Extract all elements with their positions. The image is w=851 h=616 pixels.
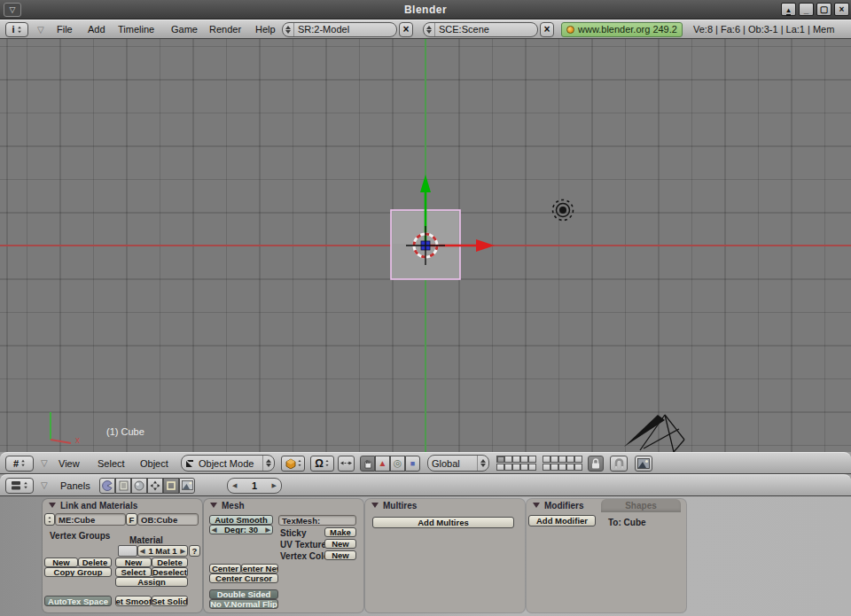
- layer-cell[interactable]: [543, 464, 550, 471]
- select-button[interactable]: Select: [115, 567, 152, 577]
- no-vnormal-flip-toggle[interactable]: No V.Normal Flip: [209, 599, 278, 609]
- manipulator-hand-button[interactable]: [360, 456, 375, 472]
- editor-type-button[interactable]: [5, 478, 34, 494]
- center-cursor-button[interactable]: Center Cursor: [209, 573, 278, 583]
- layer-cell[interactable]: [504, 456, 512, 463]
- screen-delete-button[interactable]: ×: [399, 22, 413, 37]
- shading-button[interactable]: [131, 478, 147, 494]
- uv-new-button[interactable]: New: [324, 539, 356, 549]
- header-collapse-icon[interactable]: ▽: [41, 453, 48, 473]
- add-multires-button[interactable]: Add Multires: [372, 517, 514, 528]
- scene-selector[interactable]: SCE:Scene: [423, 22, 538, 37]
- set-solid-button[interactable]: Set Solid: [152, 596, 188, 606]
- step-right-icon[interactable]: ▶: [266, 526, 270, 534]
- logic-button[interactable]: [99, 478, 115, 494]
- layer-cell[interactable]: [512, 456, 520, 463]
- set-smooth-button[interactable]: Set Smooth: [115, 596, 152, 606]
- step-right-icon[interactable]: ▶: [272, 482, 277, 489]
- fake-user-button[interactable]: F: [126, 513, 137, 526]
- layer-cell[interactable]: [574, 456, 582, 463]
- layer-cell[interactable]: [558, 464, 566, 471]
- material-color-swatch[interactable]: [118, 545, 137, 557]
- auto-smooth-toggle[interactable]: Auto Smooth: [209, 515, 273, 525]
- layer-cell[interactable]: [496, 464, 504, 471]
- panel-title[interactable]: Link and Materials: [60, 501, 137, 511]
- layer-cell[interactable]: [558, 456, 566, 463]
- deselect-button[interactable]: Deselect: [152, 567, 188, 577]
- double-sided-toggle[interactable]: Double Sided: [209, 589, 278, 599]
- layer-cell[interactable]: [504, 464, 512, 471]
- lamp-object[interactable]: [553, 200, 574, 221]
- add-modifier-button[interactable]: Add Modifier: [528, 515, 596, 526]
- layer-cell[interactable]: [574, 464, 582, 471]
- render-preview-button[interactable]: [635, 456, 652, 472]
- snap-button[interactable]: [610, 456, 628, 472]
- move-centers-button[interactable]: [338, 456, 355, 472]
- script-button[interactable]: [115, 478, 131, 494]
- layer-cell[interactable]: [543, 456, 550, 463]
- menu-select[interactable]: Select: [96, 453, 127, 473]
- sticky-make-button[interactable]: Make: [324, 527, 356, 537]
- minimize-button[interactable]: _: [799, 3, 814, 16]
- manipulator-translate-button[interactable]: ▲: [375, 456, 390, 472]
- 3d-viewport[interactable]: x (1) Cube: [0, 39, 851, 452]
- layer-cell[interactable]: [566, 464, 574, 471]
- tab-modifiers[interactable]: Modifiers: [544, 501, 583, 511]
- degr-stepper[interactable]: ◀ Degr: 30 ▶: [209, 525, 273, 534]
- version-link[interactable]: www.blender.org 249.2: [561, 22, 683, 37]
- panel-title[interactable]: Mesh: [222, 501, 245, 511]
- orientation-dropdown[interactable]: Global: [427, 455, 489, 472]
- header-collapse-icon[interactable]: ▽: [41, 475, 48, 495]
- pivot-button[interactable]: Ω: [310, 456, 334, 472]
- layer-cell[interactable]: [550, 456, 558, 463]
- vcol-new-button[interactable]: New: [324, 550, 356, 560]
- layer-cell[interactable]: [528, 456, 536, 463]
- panel-collapse-icon[interactable]: [533, 503, 540, 508]
- layer-cell[interactable]: [496, 456, 504, 463]
- header-collapse-icon[interactable]: ▽: [37, 20, 44, 38]
- center-new-button[interactable]: Center New: [241, 564, 278, 573]
- layer-cell[interactable]: [550, 464, 558, 471]
- menu-game[interactable]: Game: [169, 20, 199, 38]
- material-delete-button[interactable]: Delete: [152, 558, 188, 567]
- layer-buttons-group-1[interactable]: [496, 456, 538, 472]
- autotex-space-toggle[interactable]: AutoTex Space: [44, 596, 112, 606]
- menu-view[interactable]: View: [57, 453, 82, 473]
- menu-panels[interactable]: Panels: [59, 475, 92, 495]
- menu-file[interactable]: File: [55, 20, 74, 38]
- scene-button[interactable]: [179, 478, 195, 494]
- draw-type-button[interactable]: [281, 456, 305, 472]
- scene-delete-button[interactable]: ×: [540, 22, 554, 37]
- close-button[interactable]: ×: [834, 3, 849, 16]
- window-type-button[interactable]: i: [5, 22, 28, 37]
- layer-cell[interactable]: [520, 464, 528, 471]
- mesh-browse-button[interactable]: [44, 513, 55, 526]
- panel-collapse-icon[interactable]: [49, 503, 56, 508]
- panel-collapse-icon[interactable]: [371, 503, 379, 508]
- object-button[interactable]: [147, 478, 163, 494]
- menu-object[interactable]: Object: [138, 453, 170, 473]
- material-new-button[interactable]: New: [115, 558, 152, 567]
- layer-cell[interactable]: [512, 464, 520, 471]
- menu-timeline[interactable]: Timeline: [116, 20, 156, 38]
- panel-collapse-icon[interactable]: [210, 503, 217, 508]
- lock-layers-button[interactable]: [588, 456, 604, 472]
- layer-cell[interactable]: [528, 464, 536, 471]
- vgroup-delete-button[interactable]: Delete: [78, 558, 112, 567]
- layer-cell[interactable]: [566, 456, 574, 463]
- camera-object[interactable]: [624, 415, 684, 452]
- layer-cell[interactable]: [520, 456, 528, 463]
- layer-buttons-group-2[interactable]: [543, 456, 584, 472]
- mode-dropdown[interactable]: Object Mode: [181, 455, 275, 472]
- screen-selector[interactable]: SR:2-Model: [282, 22, 397, 37]
- copy-group-button[interactable]: Copy Group: [44, 567, 112, 577]
- panel-title[interactable]: Multires: [383, 501, 417, 511]
- menu-render[interactable]: Render: [207, 20, 243, 38]
- manipulator-scale-button[interactable]: ■: [405, 456, 420, 472]
- tab-shapes[interactable]: Shapes: [601, 499, 681, 512]
- menu-help[interactable]: Help: [254, 20, 277, 38]
- assign-button[interactable]: Assign: [115, 577, 188, 587]
- manipulator-rotate-button[interactable]: ◎: [390, 456, 405, 472]
- shade-button[interactable]: ▴: [781, 3, 796, 16]
- maximize-button[interactable]: ▢: [816, 3, 831, 16]
